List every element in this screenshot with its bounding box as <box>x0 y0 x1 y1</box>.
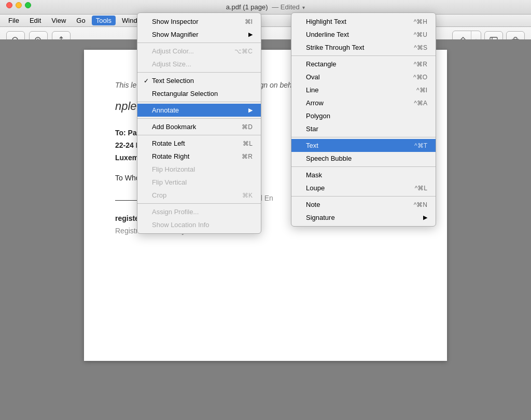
tools-menu-dropdown: Show Inspector ⌘I Show Magnifier ▶ Adjus… <box>137 12 261 234</box>
menu-edit[interactable]: Edit <box>25 16 45 25</box>
rotate-left-shortcut: ⌘L <box>232 140 253 147</box>
separator-4 <box>137 118 261 119</box>
menu-item-rotate-left[interactable]: Rotate Left ⌘L <box>137 137 261 150</box>
signature-label: Signature <box>306 214 335 221</box>
menu-item-crop-wrapper: Crop ⌘K <box>137 189 261 202</box>
separator-5 <box>137 135 261 135</box>
menu-item-show-location-wrapper: Show Location Info <box>137 218 261 231</box>
arrow-label: Arrow <box>306 99 324 107</box>
separator-6 <box>137 203 261 204</box>
adjust-size-label: Adjust Size... <box>152 60 191 68</box>
menu-item-strikethrough-text[interactable]: Strike Through Text ^⌘S <box>291 41 436 54</box>
menu-item-add-bookmark[interactable]: Add Bookmark ⌘D <box>137 120 261 133</box>
menu-item-annotate-wrapper: Annotate ▶ <box>137 104 261 117</box>
menu-go[interactable]: Go <box>72 16 89 25</box>
menu-item-adjust-color: Adjust Color... ⌥⌘C <box>137 45 261 58</box>
menu-item-note[interactable]: Note ^⌘N <box>291 198 436 211</box>
annotate-label: Annotate <box>152 106 179 114</box>
menu-item-rotate-right[interactable]: Rotate Right ⌘R <box>137 150 261 163</box>
highlight-text-label: Highlight Text <box>306 18 346 25</box>
menu-tools[interactable]: Tools <box>92 16 116 25</box>
menu-item-underline-text[interactable]: Underline Text ^⌘U <box>291 28 436 41</box>
add-bookmark-shortcut: ⌘D <box>231 123 253 131</box>
title-dropdown-arrow[interactable]: ▾ <box>302 5 305 10</box>
fullscreen-button[interactable] <box>25 2 31 8</box>
menu-item-polygon[interactable]: Polygon <box>291 109 436 122</box>
strikethrough-text-label: Strike Through Text <box>306 44 364 51</box>
annotate-sep-4 <box>291 196 436 197</box>
note-shortcut: ^⌘N <box>403 201 427 208</box>
menu-item-adjust-color-wrapper: Adjust Color... ⌥⌘C <box>137 45 261 58</box>
rotate-right-shortcut: ⌘R <box>231 153 253 160</box>
menu-item-crop: Crop ⌘K <box>137 189 261 202</box>
text-selection-label: Text Selection <box>152 77 194 85</box>
menu-item-text-selection-wrapper: ✓ Text Selection <box>137 74 261 87</box>
rectangle-label: Rectangle <box>306 60 337 68</box>
rotate-left-label: Rotate Left <box>152 139 185 147</box>
highlight-text-shortcut: ^⌘H <box>403 18 427 25</box>
menu-view[interactable]: View <box>47 16 70 25</box>
menu-item-flip-horizontal-wrapper: Flip Horizontal <box>137 163 261 176</box>
flip-vertical-label: Flip Vertical <box>152 178 187 186</box>
menu-item-show-location: Show Location Info <box>137 218 261 231</box>
menu-item-flip-horizontal: Flip Horizontal <box>137 163 261 176</box>
menu-item-show-magnifier[interactable]: Show Magnifier ▶ <box>137 28 261 41</box>
filename: a.pdf (1 page) <box>226 3 268 11</box>
menu-item-line[interactable]: Line ^⌘I <box>291 83 436 96</box>
separator-3 <box>137 102 261 102</box>
menu-item-assign-profile-wrapper: Assign Profile... <box>137 205 261 218</box>
loupe-label: Loupe <box>306 184 325 192</box>
menu-item-arrow[interactable]: Arrow ^⌘A <box>291 96 436 109</box>
menu-item-show-magnifier-wrapper: Show Magnifier ▶ <box>137 28 261 41</box>
line-label: Line <box>306 86 319 94</box>
adjust-color-label: Adjust Color... <box>152 47 194 55</box>
speech-bubble-label: Speech Bubble <box>306 155 352 162</box>
menu-item-mask[interactable]: Mask <box>291 169 436 181</box>
menu-item-annotate[interactable]: Annotate ▶ <box>137 104 261 117</box>
menu-item-speech-bubble[interactable]: Speech Bubble <box>291 152 436 165</box>
minimize-button[interactable] <box>16 2 22 8</box>
annotate-submenu-dropdown: Highlight Text ^⌘H Underline Text ^⌘U St… <box>291 12 436 227</box>
menu-item-flip-vertical-wrapper: Flip Vertical <box>137 176 261 189</box>
text-selection-checkmark: ✓ <box>144 77 149 85</box>
show-inspector-shortcut: ⌘I <box>234 18 253 25</box>
loupe-shortcut: ^⌘L <box>404 185 427 192</box>
traffic-lights <box>6 2 31 8</box>
oval-shortcut: ^⌘O <box>403 74 427 81</box>
oval-label: Oval <box>306 73 320 81</box>
window-title: a.pdf (1 page) — Edited ▾ <box>226 3 305 11</box>
signature-arrow: ▶ <box>423 214 427 221</box>
menu-item-text[interactable]: Text ^⌘T <box>291 139 436 152</box>
crop-label: Crop <box>152 191 166 199</box>
menu-item-add-bookmark-wrapper: Add Bookmark ⌘D <box>137 120 261 133</box>
separator-1 <box>137 43 261 43</box>
rotate-right-label: Rotate Right <box>152 152 189 160</box>
menu-item-text-selection[interactable]: ✓ Text Selection <box>137 74 261 87</box>
menubar: File Edit View Go Tools Window Help <box>0 15 531 27</box>
mask-label: Mask <box>306 171 322 179</box>
menu-item-star[interactable]: Star <box>291 122 436 135</box>
menu-item-rectangle[interactable]: Rectangle ^⌘R <box>291 58 436 71</box>
text-shortcut: ^⌘T <box>404 142 427 149</box>
show-magnifier-label: Show Magnifier <box>152 31 199 38</box>
show-inspector-label: Show Inspector <box>152 18 199 25</box>
add-bookmark-label: Add Bookmark <box>152 123 196 131</box>
star-label: Star <box>306 125 318 133</box>
menu-item-highlight-text[interactable]: Highlight Text ^⌘H <box>291 15 436 28</box>
menu-item-loupe[interactable]: Loupe ^⌘L <box>291 181 436 194</box>
menu-file[interactable]: File <box>4 16 23 25</box>
menu-item-show-inspector[interactable]: Show Inspector ⌘I <box>137 15 261 28</box>
menu-item-rect-selection[interactable]: Rectangular Selection <box>137 87 261 100</box>
annotate-sep-2 <box>291 137 436 137</box>
menu-item-adjust-size-wrapper: Adjust Size... <box>137 58 261 71</box>
underline-text-shortcut: ^⌘U <box>403 31 427 38</box>
flip-horizontal-label: Flip Horizontal <box>152 165 195 173</box>
adjust-color-shortcut: ⌥⌘C <box>224 48 253 55</box>
menu-item-oval[interactable]: Oval ^⌘O <box>291 71 436 83</box>
edited-badge: — Edited <box>272 3 300 11</box>
menu-item-signature[interactable]: Signature ▶ <box>291 211 436 224</box>
close-button[interactable] <box>6 2 12 8</box>
line-shortcut: ^⌘I <box>406 87 427 94</box>
menu-item-flip-vertical: Flip Vertical <box>137 176 261 189</box>
menu-item-rotate-right-wrapper: Rotate Right ⌘R <box>137 150 261 163</box>
